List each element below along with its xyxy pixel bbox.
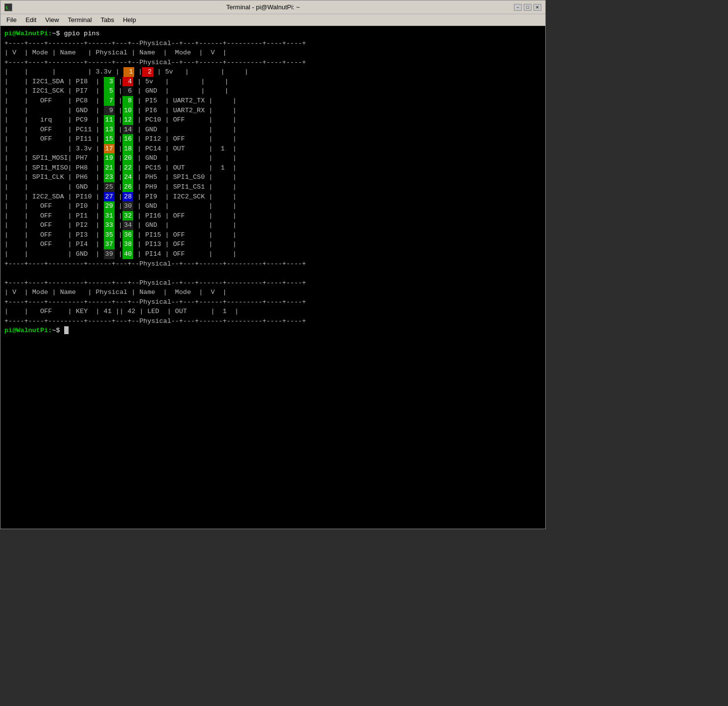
menu-terminal[interactable]: Terminal — [64, 15, 96, 24]
terminal-output: pi@WalnutPi:~$ gpio pins +----+----+----… — [4, 29, 541, 336]
svg-text:$_: $_ — [5, 5, 11, 10]
menu-edit[interactable]: Edit — [22, 15, 40, 24]
minimize-button[interactable]: − — [514, 4, 522, 11]
menubar: File Edit View Terminal Tabs Help — [0, 14, 545, 26]
close-button[interactable]: ✕ — [534, 4, 541, 11]
terminal-body[interactable]: pi@WalnutPi:~$ gpio pins +----+----+----… — [0, 26, 545, 529]
titlebar: $_ Terminal - pi@WalnutPi: ~ − □ ✕ — [0, 0, 545, 14]
menu-view[interactable]: View — [41, 15, 63, 24]
terminal-icon: $_ — [4, 3, 12, 11]
menu-file[interactable]: File — [2, 15, 21, 24]
menu-tabs[interactable]: Tabs — [97, 15, 118, 24]
window-title: Terminal - pi@WalnutPi: ~ — [12, 3, 514, 11]
terminal-window: $_ Terminal - pi@WalnutPi: ~ − □ ✕ File … — [0, 0, 546, 529]
menu-help[interactable]: Help — [119, 15, 140, 24]
maximize-button[interactable]: □ — [524, 4, 532, 11]
window-controls: − □ ✕ — [514, 4, 541, 11]
